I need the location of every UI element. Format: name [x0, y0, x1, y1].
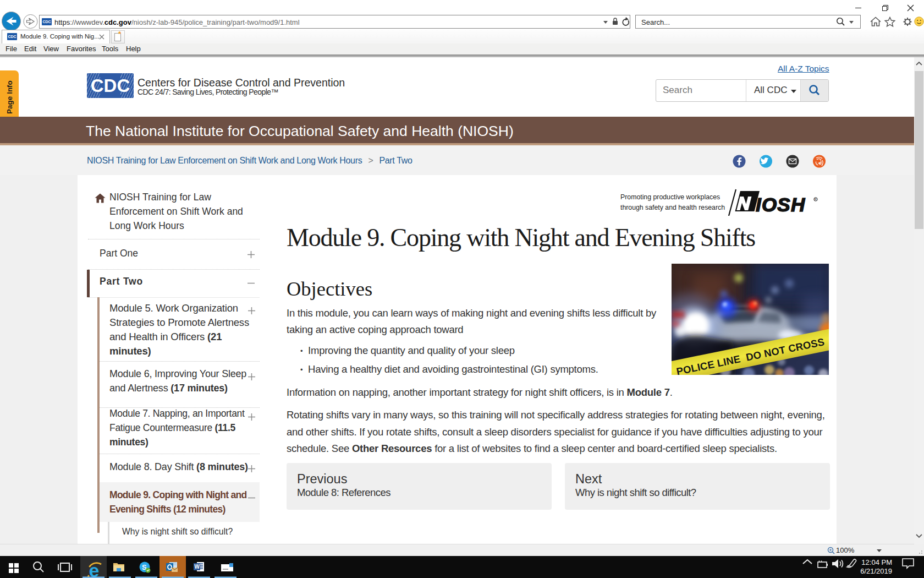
svg-text:IOSH: IOSH	[756, 194, 805, 215]
svg-text:R: R	[815, 198, 817, 201]
svg-text:W: W	[195, 564, 200, 570]
